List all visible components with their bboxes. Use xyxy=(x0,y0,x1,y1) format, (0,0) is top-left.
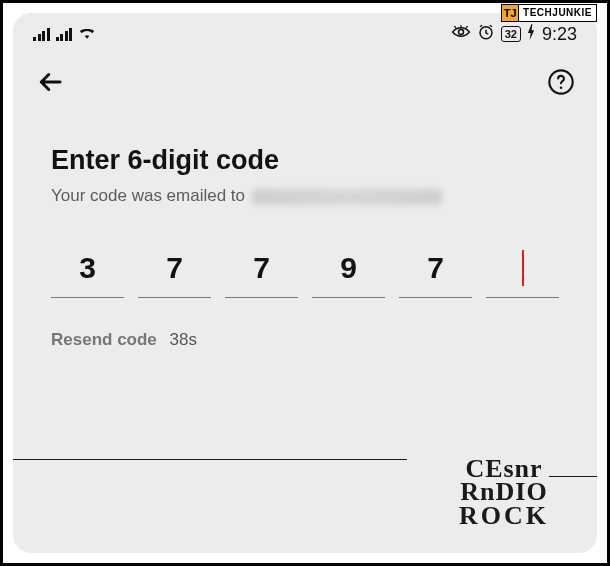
phone-screen: 32 9:23 Enter 6-digit code Your code was… xyxy=(13,13,597,553)
code-input-row[interactable]: 3 7 7 9 7 xyxy=(51,246,559,298)
battery-percent: 32 xyxy=(505,27,517,41)
code-digit-2[interactable]: 7 xyxy=(138,246,211,298)
help-button[interactable] xyxy=(547,68,575,96)
resend-row: Resend code 38s xyxy=(51,330,559,350)
back-button[interactable] xyxy=(35,67,65,97)
resend-countdown: 38s xyxy=(170,330,197,349)
email-redacted xyxy=(252,189,442,205)
text-cursor xyxy=(522,250,524,286)
techjunkie-badge: TJ TECHJUNKIE xyxy=(501,3,597,23)
cesar-radio-rock-watermark: CEsnr RnDIO ROCK xyxy=(459,457,549,527)
resend-code-button[interactable]: Resend code xyxy=(51,330,157,349)
battery-indicator: 32 xyxy=(501,26,521,42)
svg-point-2 xyxy=(560,87,563,90)
charging-icon xyxy=(527,24,536,44)
clock-time: 9:23 xyxy=(542,24,577,45)
eye-icon xyxy=(451,25,471,43)
techjunkie-text: TECHJUNKIE xyxy=(519,4,597,22)
page-title: Enter 6-digit code xyxy=(51,145,559,176)
code-digit-1[interactable]: 3 xyxy=(51,246,124,298)
signal-sim2-icon xyxy=(56,27,73,41)
watermark-line xyxy=(13,459,407,461)
code-digit-3[interactable]: 7 xyxy=(225,246,298,298)
subtitle-prefix: Your code was emailed to xyxy=(51,186,245,205)
wifi-icon xyxy=(78,25,96,43)
watermark-line xyxy=(549,476,597,478)
page-subtitle: Your code was emailed to xyxy=(51,186,559,206)
techjunkie-icon: TJ xyxy=(501,4,519,22)
code-digit-4[interactable]: 9 xyxy=(312,246,385,298)
code-digit-6[interactable] xyxy=(486,246,559,298)
alarm-icon xyxy=(477,23,495,45)
signal-sim1-icon xyxy=(33,27,50,41)
code-digit-5[interactable]: 7 xyxy=(399,246,472,298)
